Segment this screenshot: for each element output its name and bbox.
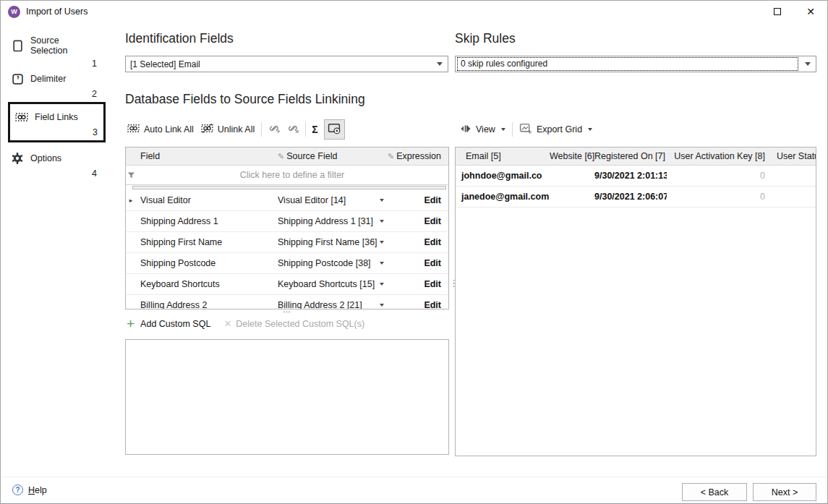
- source-field-cell[interactable]: Visual Editor [14]: [278, 195, 386, 205]
- preview-toolbar: View + Export Grid: [456, 120, 596, 139]
- gear-icon: [10, 151, 25, 166]
- column-header-user-status[interactable]: User Status [9: [772, 151, 816, 161]
- field-cell: Visual Editor: [136, 195, 278, 205]
- unlink-icon: [201, 123, 213, 136]
- chevron-down-icon: [380, 283, 384, 286]
- column-header-email[interactable]: Email [5]: [456, 151, 550, 161]
- edit-expression-link[interactable]: Edit: [424, 258, 441, 268]
- auto-link-all-label: Auto Link All: [144, 124, 194, 134]
- add-custom-sql-button[interactable]: + Add Custom SQL: [127, 319, 210, 329]
- monitor-eye-icon: [328, 122, 341, 137]
- table-row[interactable]: janedoe@gmail.com 9/30/2021 2:06:07 0: [456, 187, 816, 208]
- export-grid-button[interactable]: + Export Grid: [516, 120, 596, 139]
- skip-rules-dropdown[interactable]: 0 skip rules configured: [455, 56, 816, 72]
- toolbar-separator: [261, 122, 262, 137]
- sidebar-item-label: Options: [30, 153, 61, 163]
- help-icon: ?: [12, 484, 23, 495]
- source-field-cell[interactable]: Shipping First Name [36]: [278, 237, 386, 247]
- edit-expression-link[interactable]: Edit: [424, 237, 441, 247]
- table-row[interactable]: ▸ Visual Editor Visual Editor [14] Edit: [126, 190, 448, 211]
- preview-toggle-button[interactable]: [324, 119, 345, 140]
- chevron-down-icon: [380, 220, 384, 223]
- close-icon: ✕: [806, 7, 815, 17]
- source-field-cell[interactable]: Shipping Address 1 [31]: [278, 216, 386, 226]
- import-of-users-window: W Import of Users ✕ Source Selection 1 ’…: [0, 0, 828, 504]
- step-number: 4: [10, 167, 98, 179]
- column-header-website[interactable]: Website [6]: [550, 151, 594, 161]
- back-button[interactable]: < Back: [682, 483, 747, 501]
- table-row[interactable]: johndoe@gmail.co 9/30/2021 2:01:13 0: [456, 166, 816, 187]
- sidebar-item-label: Delimiter: [30, 74, 66, 84]
- filter-funnel-icon: [126, 166, 136, 184]
- svg-text:×: ×: [295, 128, 299, 134]
- column-header-registered-on[interactable]: Registered On [7]: [594, 151, 667, 161]
- source-field-cell[interactable]: Keyboard Shortcuts [15]: [278, 279, 386, 289]
- svg-text:+: +: [528, 129, 532, 134]
- registered-on-cell: 9/30/2021 2:01:13: [594, 171, 667, 181]
- source-field-cell[interactable]: Shipping Postcode [38]: [278, 258, 386, 268]
- link-x-icon: ×: [286, 122, 299, 137]
- column-header-field[interactable]: Field: [136, 151, 278, 161]
- sidebar-item-delimiter[interactable]: ’ Delimiter 2: [10, 70, 98, 99]
- column-header-source-field[interactable]: ✎Source Field: [278, 151, 386, 161]
- close-button[interactable]: ✕: [794, 1, 827, 22]
- maximize-button[interactable]: [761, 1, 794, 22]
- delete-custom-sql-button[interactable]: ✕ Delete Selected Custom SQL(s): [223, 318, 364, 329]
- help-link[interactable]: ? Help: [12, 484, 47, 495]
- window-title: Import of Users: [26, 7, 88, 17]
- preview-grid-header: Email [5] Website [6] Registered On [7] …: [456, 148, 816, 166]
- edit-expression-link[interactable]: Edit: [424, 279, 441, 289]
- svg-text:’: ’: [16, 74, 19, 85]
- sidebar-item-label: Source Selection: [30, 35, 98, 56]
- filter-row[interactable]: Click here to define a filter: [126, 166, 448, 185]
- export-grid-label: Export Grid: [537, 124, 582, 134]
- footer-separator: [1, 477, 827, 477]
- svg-text:+: +: [277, 128, 281, 134]
- unlink-all-label: Unlink All: [218, 124, 255, 134]
- toolbar-separator: [305, 122, 306, 137]
- sidebar-item-field-links[interactable]: Field Links 3: [8, 102, 106, 142]
- filter-placeholder: Click here to define a filter: [136, 170, 448, 180]
- expression-sigma-button[interactable]: Σ: [309, 121, 320, 137]
- identification-fields-dropdown[interactable]: [1 Selected] Email: [125, 56, 448, 72]
- table-row[interactable]: Shipping First Name Shipping First Name …: [126, 232, 448, 253]
- next-button[interactable]: Next >: [753, 483, 816, 501]
- custom-sql-editor[interactable]: [125, 339, 449, 455]
- edit-expression-link[interactable]: Edit: [424, 195, 441, 205]
- chevron-down-icon: [501, 128, 505, 131]
- document-icon: [10, 38, 25, 53]
- table-row[interactable]: Keyboard Shortcuts Keyboard Shortcuts [1…: [126, 274, 448, 295]
- view-columns-icon: [460, 124, 471, 136]
- chevron-down-icon: [380, 262, 384, 265]
- table-row[interactable]: Shipping Address 1 Shipping Address 1 [3…: [126, 211, 448, 232]
- grid-resize-handle[interactable]: …: [125, 307, 449, 312]
- skip-rules-value: 0 skip rules configured: [456, 56, 799, 72]
- maximize-icon: [774, 8, 781, 15]
- help-label: Help: [28, 485, 47, 495]
- edit-expression-link[interactable]: Edit: [424, 216, 441, 226]
- sidebar-item-options[interactable]: Options 4: [10, 150, 98, 179]
- field-cell: Shipping First Name: [136, 237, 278, 247]
- wizard-sidebar: Source Selection 1 ’ Delimiter 2 Field L…: [1, 22, 121, 474]
- toolbar-separator: [512, 122, 513, 137]
- column-header-expression[interactable]: ✎Expression: [386, 151, 448, 161]
- unlink-all-button[interactable]: Unlink All: [197, 121, 258, 138]
- column-header-user-activation-key[interactable]: User Activation Key [8]: [667, 151, 772, 161]
- view-menu-button[interactable]: View: [456, 121, 509, 138]
- remove-link-button[interactable]: ×: [283, 120, 302, 139]
- delete-custom-sql-label: Delete Selected Custom SQL(s): [236, 319, 364, 329]
- add-link-button[interactable]: +: [265, 120, 283, 139]
- add-custom-sql-label: Add Custom SQL: [140, 319, 210, 329]
- activation-key-cell: 0: [667, 171, 772, 181]
- table-row[interactable]: Shipping Postcode Shipping Postcode [38]…: [126, 253, 448, 274]
- email-cell: johndoe@gmail.co: [456, 171, 550, 181]
- grid-horizontal-scrollbar[interactable]: [132, 186, 446, 189]
- email-cell: janedoe@gmail.com: [456, 192, 550, 202]
- auto-link-all-button[interactable]: Auto Link All: [124, 121, 197, 138]
- skip-rules-heading: Skip Rules: [455, 31, 516, 46]
- plus-icon: +: [127, 319, 135, 329]
- step-number: 3: [14, 126, 99, 137]
- sidebar-item-label: Field Links: [35, 112, 78, 122]
- quote-icon: ’: [10, 72, 25, 86]
- sidebar-item-source-selection[interactable]: Source Selection 1: [10, 34, 98, 69]
